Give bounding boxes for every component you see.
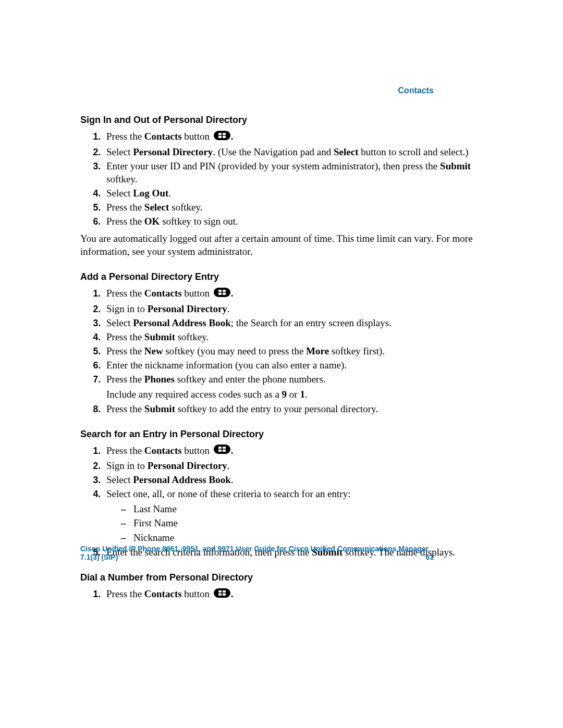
step-item: Press the Submit softkey.	[103, 330, 490, 343]
step-text: softkey.	[175, 331, 209, 342]
step-text: Enter the nickname information (you can …	[106, 360, 347, 371]
step-text: .	[227, 460, 230, 471]
step-text: Press the	[106, 216, 144, 227]
section-heading: Search for an Entry in Personal Director…	[80, 429, 490, 440]
step-bold: Select	[144, 202, 169, 213]
step-text: softkey to sign out.	[160, 216, 238, 227]
svg-rect-13	[218, 449, 222, 450]
step-text: button	[182, 288, 212, 299]
svg-rect-18	[218, 593, 222, 594]
step-text: Press the	[106, 131, 144, 142]
page-footer: Cisco Unified IP Phone 8961, 9951, and 9…	[0, 545, 563, 561]
step-text: Include any required access codes such a…	[106, 389, 282, 400]
step-item: Press the Contacts button .	[103, 444, 490, 459]
step-item: Press the New softkey (you may need to p…	[103, 344, 490, 357]
step-text: button to scroll and select.)	[359, 146, 469, 157]
step-bold: Contacts	[144, 288, 182, 299]
section-heading: Add a Personal Directory Entry	[80, 272, 490, 282]
step-text: Enter your user ID and PIN (provided by …	[106, 161, 440, 171]
document-page: Contacts Sign In and Out of Personal Dir…	[0, 0, 563, 728]
step-text: Press the	[106, 288, 144, 299]
page-content: Sign In and Out of Personal DirectoryPre…	[80, 115, 490, 602]
step-text: or	[287, 389, 300, 400]
step-item: Press the Phones softkey and enter the p…	[103, 373, 490, 401]
criteria-item: Nickname	[133, 530, 490, 545]
step-text: softkey to add the entry to your persona…	[175, 403, 378, 414]
step-bold: Personal Address Book	[133, 317, 231, 328]
step-text: ; the Search for an entry screen display…	[231, 317, 391, 328]
step-bold: Select	[334, 146, 358, 157]
step-text: softkey (you may need to press the	[163, 346, 306, 356]
step-bold: Contacts	[144, 588, 182, 599]
step-text: softkey first).	[329, 346, 385, 356]
step-item: Select one, all, or none of these criter…	[103, 487, 490, 545]
criteria-item: First Name	[133, 516, 490, 530]
svg-rect-9	[223, 292, 226, 293]
step-bold: Phones	[144, 374, 175, 385]
step-text: . (Use the Navigation pad and	[213, 146, 334, 157]
step-text: .	[305, 389, 308, 400]
svg-rect-4	[223, 135, 226, 136]
step-text: button	[182, 131, 212, 142]
step-text: Press the	[106, 331, 144, 342]
step-subtext: Include any required access codes such a…	[106, 388, 490, 401]
step-list: Press the Contacts button .Select Person…	[80, 130, 490, 228]
step-item: Select Personal Directory. (Use the Navi…	[103, 145, 490, 158]
footer-title: Cisco Unified IP Phone 8961, 9951, and 9…	[80, 545, 429, 561]
svg-rect-14	[223, 449, 226, 450]
step-text: softkey and enter the phone numbers.	[175, 374, 326, 385]
step-bold: .	[231, 131, 234, 142]
step-bold: .	[231, 288, 234, 299]
step-list: Press the Contacts button .Sign in to Pe…	[80, 444, 490, 559]
step-item: Select Personal Address Book; the Search…	[103, 316, 490, 329]
step-item: Select Personal Address Book.	[103, 473, 490, 486]
svg-rect-0	[214, 131, 230, 140]
contacts-button-icon	[213, 444, 231, 458]
step-text: softkey.	[106, 174, 137, 184]
step-text: Press the	[106, 374, 144, 385]
footer-page-number: 61	[425, 553, 434, 561]
step-bold: Submit	[144, 331, 175, 342]
step-bold: Submit	[440, 161, 471, 171]
step-bold: .	[231, 588, 234, 599]
step-text: Select	[106, 146, 133, 157]
section-note: You are automatically logged out after a…	[80, 232, 490, 258]
criteria-list: Last NameFirst NameNickname	[106, 502, 490, 545]
step-bold: Submit	[144, 403, 175, 414]
step-list: Press the Contacts button .	[80, 587, 490, 602]
step-text: Press the	[106, 403, 144, 414]
step-text: Sign in to	[106, 460, 148, 471]
step-text: Select	[106, 317, 133, 328]
step-item: Select Log Out.	[103, 187, 490, 200]
step-text: Press the	[106, 346, 144, 356]
step-item: Press the Submit softkey to add the entr…	[103, 402, 490, 415]
step-bold: Contacts	[144, 131, 182, 142]
step-bold: Contacts	[144, 445, 182, 456]
step-bold: OK	[144, 216, 160, 227]
svg-rect-5	[214, 288, 230, 297]
step-item: Sign in to Personal Directory.	[103, 302, 490, 315]
svg-rect-3	[218, 135, 222, 136]
criteria-item: Last Name	[133, 502, 490, 516]
step-item: Press the Contacts button .	[103, 287, 490, 301]
contacts-button-icon	[213, 287, 231, 301]
step-bold: More	[306, 346, 329, 356]
step-item: Press the Select softkey.	[103, 201, 490, 214]
step-list: Press the Contacts button .Sign in to Pe…	[80, 287, 490, 415]
section-heading: Sign In and Out of Personal Directory	[80, 115, 490, 126]
step-text: Sign in to	[106, 303, 148, 314]
step-bold: Personal Address Book	[133, 474, 231, 485]
svg-rect-8	[218, 292, 222, 293]
svg-rect-19	[223, 593, 226, 594]
step-item: Enter the nickname information (you can …	[103, 359, 490, 372]
step-bold: Personal Directory	[148, 303, 227, 314]
step-text: Select	[106, 474, 133, 485]
step-text: Press the	[106, 202, 144, 213]
step-text: .	[168, 188, 171, 199]
step-text: .	[227, 303, 230, 314]
step-item: Sign in to Personal Directory.	[103, 459, 490, 472]
step-text: .	[231, 474, 234, 485]
step-bold: New	[144, 346, 163, 356]
step-bold: 1	[300, 389, 305, 400]
step-text: button	[182, 588, 212, 599]
